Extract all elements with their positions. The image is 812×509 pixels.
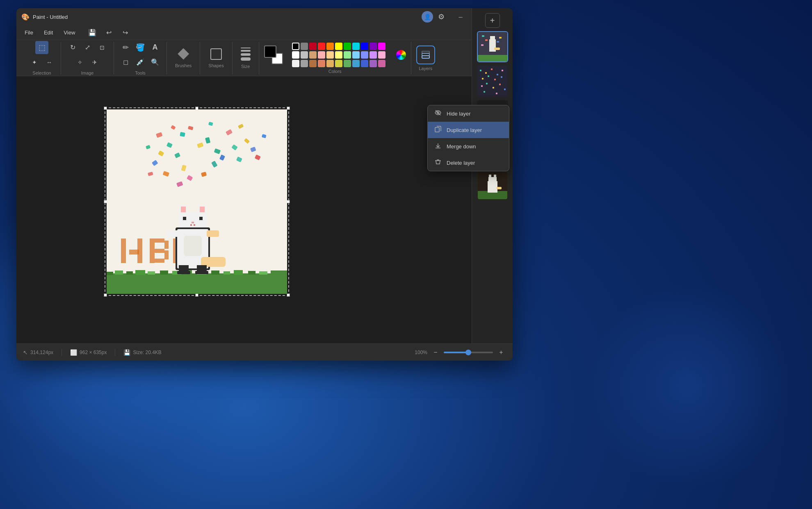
context-menu-hide[interactable]: Hide layer — [428, 105, 509, 122]
color-red[interactable] — [318, 43, 325, 50]
selection-tools-row: ⬚ — [35, 41, 48, 54]
zoom-out-button[interactable]: − — [431, 348, 440, 357]
shape-rect[interactable] — [210, 48, 222, 60]
handle-botmid[interactable] — [195, 293, 198, 297]
color-orange[interactable] — [326, 43, 334, 50]
delete-layer-label: Delete layer — [447, 160, 475, 166]
settings-icon[interactable]: ⚙ — [438, 12, 445, 21]
minimize-button[interactable]: ─ — [451, 10, 470, 23]
primary-color[interactable] — [264, 45, 276, 58]
color-cyan[interactable] — [352, 43, 360, 50]
svg-rect-107 — [499, 84, 501, 85]
svg-rect-7 — [126, 271, 133, 275]
layer-item-2[interactable] — [477, 66, 508, 97]
svg-rect-24 — [150, 239, 155, 263]
svg-rect-16 — [234, 270, 243, 275]
handle-midright[interactable] — [287, 200, 290, 203]
menu-file[interactable]: File — [20, 28, 38, 37]
statusbar: ↖ 314,124px ⬜ 962 × 635px 💾 Size: 20.4KB… — [16, 343, 513, 361]
color-black[interactable] — [292, 43, 299, 50]
redo-button[interactable]: ↪ — [119, 26, 132, 39]
handle-botleft[interactable] — [104, 293, 107, 297]
zoom-slider[interactable] — [444, 352, 493, 353]
add-layer-button[interactable]: + — [485, 13, 500, 28]
color-lightgreen[interactable] — [344, 51, 351, 59]
svg-rect-92 — [494, 48, 500, 50]
magic-wand-tool[interactable]: ✧ — [73, 56, 87, 69]
color-lightgray[interactable] — [301, 51, 308, 59]
titlebar: 🎨 Paint - Untitled 👤 ⚙ ─ □ ✕ — [16, 8, 513, 25]
color-peach[interactable] — [326, 51, 334, 59]
move-tool[interactable]: ✈ — [88, 56, 101, 69]
svg-rect-38 — [181, 207, 186, 212]
color-lightpink[interactable] — [318, 51, 325, 59]
layers-button[interactable] — [416, 45, 435, 64]
color-lightblue[interactable] — [352, 51, 360, 59]
color-olive[interactable] — [335, 60, 342, 67]
handle-topright[interactable] — [287, 107, 290, 110]
rotate-tool[interactable]: ↻ — [66, 41, 79, 54]
handle-botright[interactable] — [287, 293, 290, 297]
color-rose[interactable] — [378, 51, 385, 59]
delete-layer-icon — [434, 159, 442, 167]
color-cobalt[interactable] — [361, 60, 368, 67]
color-lightyellow[interactable] — [335, 51, 342, 59]
layer-item-1[interactable] — [477, 31, 508, 62]
text-tool[interactable]: A — [148, 41, 162, 54]
user-avatar[interactable]: 👤 — [422, 11, 433, 23]
zoom-slider-thumb[interactable] — [465, 350, 471, 355]
pixel-canvas[interactable] — [107, 109, 287, 294]
select-rect-tool[interactable]: ⬚ — [35, 41, 48, 54]
menu-edit[interactable]: Edit — [39, 28, 58, 37]
color-pick-tool[interactable]: 💉 — [134, 56, 147, 69]
color-lavender[interactable] — [370, 51, 377, 59]
color-yellow[interactable] — [335, 43, 342, 50]
brush-shape[interactable] — [178, 48, 189, 60]
select-overlay-tool[interactable]: ⊡ — [96, 41, 109, 54]
color-medgray[interactable] — [301, 60, 308, 67]
image-tools-row2: ✧ ✈ — [73, 56, 101, 69]
zoom-in-button[interactable]: + — [496, 348, 506, 357]
eraser-tool[interactable]: ◻ — [119, 56, 132, 69]
context-menu-delete[interactable]: Delete layer — [428, 155, 509, 171]
color-violet[interactable] — [370, 60, 377, 67]
context-menu-merge[interactable]: Merge down — [428, 138, 509, 155]
svg-rect-21 — [121, 239, 126, 263]
svg-rect-105 — [486, 83, 488, 84]
color-magenta[interactable] — [378, 43, 385, 50]
color-green[interactable] — [344, 43, 351, 50]
color-brown[interactable] — [309, 60, 317, 67]
shapes-group: Shapes — [200, 42, 232, 75]
color-gold[interactable] — [326, 60, 334, 67]
svg-rect-17 — [248, 271, 255, 275]
color-salmon[interactable] — [318, 60, 325, 67]
svg-rect-27 — [155, 259, 164, 263]
color-gray[interactable] — [301, 43, 308, 50]
save-button[interactable]: 💾 — [86, 26, 99, 39]
resize-tool[interactable]: ⤢ — [81, 41, 94, 54]
brushes-label: Brushes — [175, 63, 192, 68]
context-menu-duplicate[interactable]: Duplicate layer — [428, 122, 509, 138]
undo-button[interactable]: ↩ — [102, 26, 115, 39]
pencil-tool[interactable]: ✏ — [119, 41, 132, 54]
color-medgreen[interactable] — [344, 60, 351, 67]
color-hotpink[interactable] — [378, 60, 385, 67]
layer-item-5[interactable] — [477, 169, 508, 200]
color-spectrum-swatch[interactable] — [396, 50, 406, 60]
size-label: Size — [241, 64, 250, 69]
magnify-tool[interactable]: 🔍 — [148, 56, 162, 69]
select-free-tool[interactable]: ✦ — [28, 56, 41, 69]
invert-tool[interactable]: ↔ — [43, 56, 56, 69]
color-periwinkle[interactable] — [361, 51, 368, 59]
color-white[interactable] — [292, 51, 299, 59]
color-blue[interactable] — [361, 43, 368, 50]
color-purple[interactable] — [370, 43, 377, 50]
fill-tool[interactable]: 🪣 — [134, 41, 147, 54]
color-darkred[interactable] — [309, 43, 317, 50]
color-medblue[interactable] — [352, 60, 360, 67]
svg-rect-29 — [164, 250, 169, 259]
color-nearwhite[interactable] — [292, 60, 299, 67]
color-tan[interactable] — [309, 51, 317, 59]
menu-view[interactable]: View — [59, 28, 80, 37]
tools-row1: ✏ 🪣 A — [119, 41, 162, 54]
